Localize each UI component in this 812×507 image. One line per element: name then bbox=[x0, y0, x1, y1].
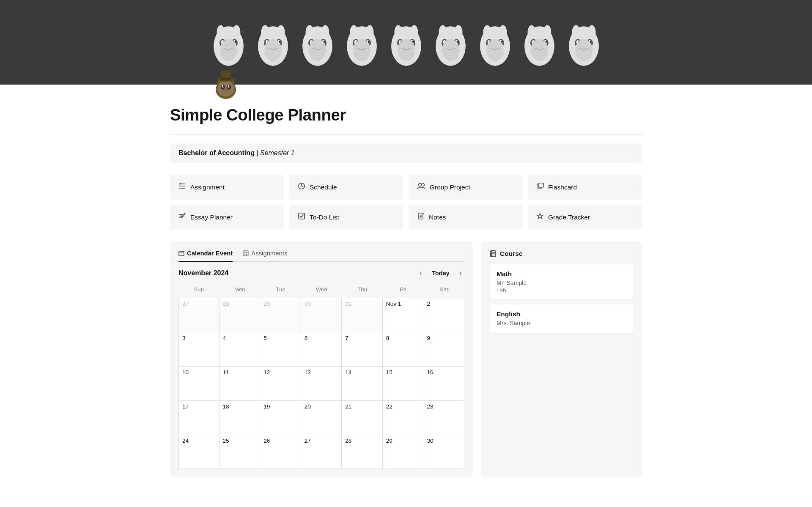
course-name-math: Math bbox=[497, 270, 627, 278]
svg-point-111 bbox=[422, 184, 425, 186]
table-icon bbox=[243, 250, 249, 256]
cal-cell-nov21[interactable]: 21 bbox=[342, 401, 383, 435]
quicklink-group-project[interactable]: Group Project bbox=[409, 175, 523, 200]
cal-cell-nov16[interactable]: 16 bbox=[423, 367, 464, 400]
cal-cell-nov24[interactable]: 24 bbox=[178, 435, 219, 469]
semester-name: Semester 1 bbox=[260, 149, 295, 156]
svg-point-99 bbox=[229, 85, 230, 87]
cal-cell-nov2[interactable]: 2 bbox=[423, 298, 464, 332]
quicklink-grade-tracker[interactable]: Grade Tracker bbox=[528, 205, 642, 230]
cal-cell-oct29[interactable]: 29 bbox=[260, 298, 301, 332]
svg-point-39 bbox=[353, 39, 370, 61]
cal-cell-nov25[interactable]: 25 bbox=[219, 435, 261, 469]
cal-cell-nov9[interactable]: 9 bbox=[423, 332, 464, 366]
semester-separator: | bbox=[255, 149, 260, 156]
svg-rect-113 bbox=[538, 183, 543, 187]
totoro-figure bbox=[342, 11, 382, 70]
svg-point-98 bbox=[223, 85, 224, 87]
quicklink-todo-list[interactable]: To-Do List bbox=[289, 205, 403, 230]
quicklinks-grid: Assignment Schedule Group Project bbox=[170, 175, 642, 230]
cal-cell-nov11[interactable]: 11 bbox=[219, 367, 261, 400]
totoro-figure bbox=[386, 11, 426, 70]
cal-cell-nov23[interactable]: 23 bbox=[423, 401, 464, 435]
cal-cell-nov18[interactable]: 18 bbox=[219, 401, 261, 435]
cal-cell-nov8[interactable]: 8 bbox=[383, 332, 424, 366]
course-panel-heading: Course bbox=[500, 250, 522, 258]
page-title: Simple College Planner bbox=[170, 106, 642, 124]
quicklink-flashcard[interactable]: Flashcard bbox=[528, 175, 642, 200]
semester-degree: Bachelor of Accounting bbox=[178, 149, 255, 156]
cal-cell-nov17[interactable]: 17 bbox=[178, 401, 219, 435]
cal-cell-nov28[interactable]: 28 bbox=[342, 435, 383, 469]
semester-block: Bachelor of Accounting | Semester 1 bbox=[170, 143, 642, 163]
svg-rect-125 bbox=[243, 251, 248, 256]
flashcard-icon bbox=[536, 182, 544, 192]
notes-icon bbox=[417, 212, 425, 222]
cal-cell-oct28[interactable]: 28 bbox=[219, 298, 261, 332]
calendar-prev-button[interactable]: ‹ bbox=[417, 269, 424, 278]
cal-week-4: 17 18 19 20 21 22 23 bbox=[178, 400, 464, 435]
svg-point-103 bbox=[225, 90, 227, 91]
totoro-figure bbox=[431, 11, 471, 70]
cal-cell-nov14[interactable]: 14 bbox=[342, 367, 383, 400]
svg-rect-102 bbox=[221, 78, 231, 79]
svg-point-72 bbox=[543, 25, 551, 40]
svg-point-12 bbox=[277, 25, 285, 40]
panel-tabs: Calendar Event Assignments bbox=[178, 250, 464, 262]
course-card-english[interactable]: English Mrs. Sample bbox=[490, 304, 634, 333]
svg-point-32 bbox=[365, 25, 373, 40]
totoro-figure bbox=[475, 11, 515, 70]
cal-cell-nov12[interactable]: 12 bbox=[260, 367, 301, 400]
svg-point-93 bbox=[217, 81, 234, 96]
quicklink-essay-planner[interactable]: Essay Planner bbox=[170, 205, 284, 230]
cal-cell-nov20[interactable]: 20 bbox=[301, 401, 342, 435]
cal-cell-oct27[interactable]: 27 bbox=[178, 298, 219, 332]
cal-cell-nov30[interactable]: 30 bbox=[423, 435, 464, 469]
cal-cell-nov26[interactable]: 26 bbox=[260, 435, 301, 469]
main-content: Calendar Event Assignments November 2024 bbox=[170, 241, 642, 477]
svg-point-29 bbox=[308, 39, 326, 61]
cal-cell-nov19[interactable]: 19 bbox=[260, 401, 301, 435]
course-name-english: English bbox=[497, 310, 627, 318]
calendar-next-button[interactable]: › bbox=[457, 269, 464, 278]
svg-point-52 bbox=[454, 25, 462, 40]
course-card-math[interactable]: Math Mr. Sample Lab bbox=[490, 264, 634, 299]
cal-cell-nov10[interactable]: 10 bbox=[178, 367, 219, 400]
course-teacher-english: Mrs. Sample bbox=[497, 320, 627, 326]
cal-cell-nov7[interactable]: 7 bbox=[342, 332, 383, 366]
cal-cell-nov27[interactable]: 27 bbox=[301, 435, 342, 469]
essay-icon bbox=[178, 212, 186, 222]
cal-cell-oct31[interactable]: 31 bbox=[342, 298, 383, 332]
cal-cell-nov5[interactable]: 5 bbox=[260, 332, 301, 366]
calendar-day-headers: Sun Mon Tue Wed Thu Fri Sat bbox=[178, 285, 464, 294]
page-icon bbox=[209, 68, 243, 101]
svg-line-109 bbox=[302, 186, 303, 187]
cal-cell-nov13[interactable]: 13 bbox=[301, 367, 342, 400]
quicklink-notes[interactable]: Notes bbox=[409, 205, 523, 230]
quicklink-assignment[interactable]: Assignment bbox=[170, 175, 284, 200]
book-icon bbox=[490, 250, 497, 257]
cal-cell-nov22[interactable]: 22 bbox=[383, 401, 424, 435]
svg-point-41 bbox=[394, 25, 402, 40]
cal-cell-nov29[interactable]: 29 bbox=[383, 435, 424, 469]
tab-assignments[interactable]: Assignments bbox=[243, 250, 287, 262]
quicklink-schedule-label: Schedule bbox=[310, 184, 337, 191]
calendar-today-button[interactable]: Today bbox=[428, 269, 453, 278]
cal-cell-oct30[interactable]: 30 bbox=[301, 298, 342, 332]
cal-cell-nov1[interactable]: Nov 1 bbox=[383, 298, 424, 332]
svg-point-21 bbox=[305, 25, 313, 40]
list-icon bbox=[178, 182, 186, 192]
cal-cell-nov6[interactable]: 6 bbox=[301, 332, 342, 366]
svg-point-22 bbox=[321, 25, 329, 40]
course-type-math: Lab bbox=[497, 287, 627, 293]
tab-calendar-event-label: Calendar Event bbox=[187, 250, 233, 257]
svg-point-49 bbox=[397, 39, 414, 61]
day-header-fri: Fri bbox=[383, 285, 424, 294]
cal-cell-nov15[interactable]: 15 bbox=[383, 367, 424, 400]
svg-point-59 bbox=[442, 39, 459, 61]
quicklink-schedule[interactable]: Schedule bbox=[289, 175, 403, 200]
quicklink-essay-planner-label: Essay Planner bbox=[190, 214, 233, 221]
tab-calendar-event[interactable]: Calendar Event bbox=[178, 250, 233, 262]
cal-cell-nov3[interactable]: 3 bbox=[178, 332, 219, 366]
cal-cell-nov4[interactable]: 4 bbox=[219, 332, 261, 366]
